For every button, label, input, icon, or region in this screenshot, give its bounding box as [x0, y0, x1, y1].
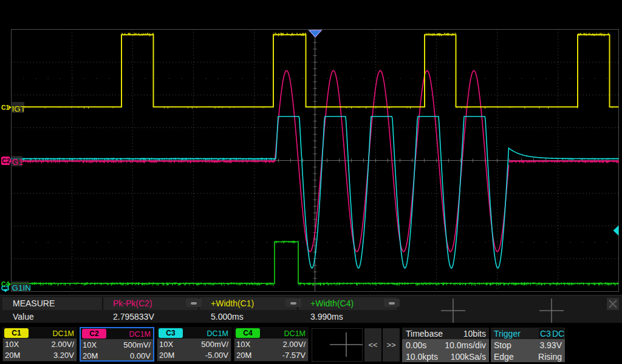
svg-text:IGT: IGT: [12, 104, 26, 113]
svg-text:G1IN: G1IN: [12, 283, 32, 292]
svg-text:C1: C1: [1, 104, 10, 111]
svg-text:G1: G1: [12, 157, 24, 167]
svg-text:C2: C2: [2, 157, 10, 164]
